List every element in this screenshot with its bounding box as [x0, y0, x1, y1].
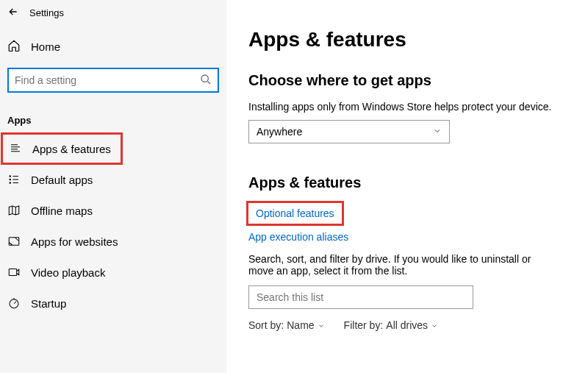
sidebar-item-label: Offline maps — [31, 205, 93, 217]
back-icon[interactable] — [7, 6, 19, 20]
choose-apps-heading: Choose where to get apps — [248, 72, 566, 89]
filter-value: All drives — [386, 319, 428, 331]
sidebar-item-label: Apps for websites — [31, 235, 118, 248]
sidebar-item-label: Default apps — [31, 174, 93, 186]
chevron-down-icon — [318, 320, 325, 332]
sidebar-item-video-playback[interactable]: Video playback — [0, 257, 226, 288]
search-list-input[interactable] — [248, 285, 473, 309]
offline-maps-icon — [7, 204, 21, 217]
startup-icon — [7, 296, 21, 310]
optional-features-highlight: Optional features — [248, 203, 342, 224]
sidebar-item-label: Startup — [31, 297, 66, 310]
search-field[interactable] — [15, 74, 200, 86]
search-input[interactable] — [7, 68, 219, 93]
app-execution-link[interactable]: App execution aliases — [248, 231, 348, 243]
apps-features-section: Apps & features Optional features App ex… — [248, 174, 566, 331]
sidebar-item-apps-features[interactable]: Apps & features — [1, 133, 122, 164]
sort-label: Sort by: — [248, 319, 284, 331]
sidebar-item-apps-for-websites[interactable]: Apps for websites — [0, 226, 226, 257]
sidebar-item-label: Apps & features — [32, 143, 111, 155]
choose-apps-helper: Installing apps only from Windows Store … — [248, 101, 566, 113]
chevron-down-icon — [431, 320, 438, 332]
home-icon — [7, 39, 21, 54]
svg-rect-5 — [9, 269, 17, 276]
apps-features-heading: Apps & features — [248, 174, 566, 191]
sidebar-item-label: Video playback — [31, 266, 105, 279]
search-list-field[interactable] — [257, 291, 465, 303]
home-label: Home — [31, 40, 60, 53]
dropdown-value: Anywhere — [257, 126, 302, 138]
sidebar-item-default-apps[interactable]: Default apps — [0, 164, 226, 195]
svg-point-1 — [10, 176, 11, 177]
search-icon — [200, 74, 212, 88]
svg-point-2 — [10, 179, 11, 180]
apps-features-icon — [9, 142, 22, 155]
sort-filter-row: Sort by: Name Filter by: All drives — [248, 319, 566, 331]
titlebar: Settings — [0, 0, 226, 24]
svg-point-3 — [10, 182, 11, 184]
page-title: Apps & features — [248, 28, 566, 51]
chevron-down-icon — [433, 126, 442, 138]
home-button[interactable]: Home — [0, 29, 226, 65]
default-apps-icon — [7, 173, 21, 186]
sidebar-item-offline-maps[interactable]: Offline maps — [0, 195, 226, 226]
sort-by-control[interactable]: Sort by: Name — [248, 319, 325, 331]
nav-list: Apps & features Default apps Offline map… — [0, 130, 226, 322]
choose-apps-dropdown[interactable]: Anywhere — [248, 120, 450, 143]
section-header: Apps — [0, 100, 226, 130]
search-container — [7, 68, 219, 93]
filter-by-control[interactable]: Filter by: All drives — [344, 319, 438, 331]
window-title: Settings — [29, 7, 64, 18]
optional-features-link[interactable]: Optional features — [256, 207, 334, 219]
main-content: Apps & features Choose where to get apps… — [226, 0, 588, 373]
sidebar: Settings Home Apps Apps & features Defau… — [0, 0, 226, 373]
sort-value: Name — [287, 319, 314, 331]
sidebar-item-startup[interactable]: Startup — [0, 288, 226, 319]
svg-point-0 — [201, 75, 208, 82]
video-playback-icon — [7, 266, 21, 279]
apps-features-helper: Search, sort, and filter by drive. If yo… — [248, 253, 557, 277]
apps-websites-icon — [7, 235, 21, 248]
choose-apps-section: Choose where to get apps Installing apps… — [248, 72, 566, 143]
filter-label: Filter by: — [344, 319, 384, 331]
